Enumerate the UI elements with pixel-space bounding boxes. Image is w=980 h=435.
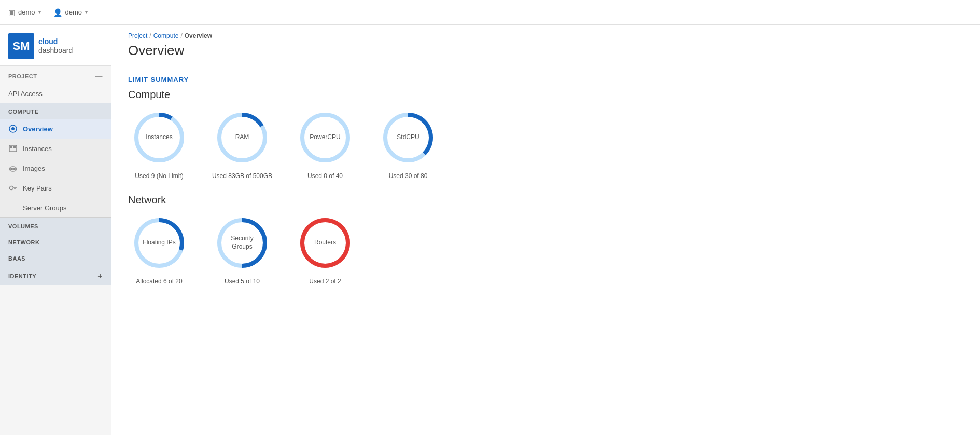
limit-summary-title: LIMIT SUMMARY [111, 65, 980, 87]
images-icon [8, 164, 18, 173]
chart-item: RAM Used 83GB of 500GB [211, 109, 273, 180]
volumes-section-label: VOLUMES [8, 223, 38, 229]
compute-charts-row: Instances Used 9 (No Limit) RAM Used 83G… [111, 109, 980, 192]
chart-item: Routers Used 2 of 2 [294, 214, 356, 285]
chart-item: Floating IPs Allocated 6 of 20 [128, 214, 190, 285]
logo-line2: dashboard [38, 46, 73, 55]
network-section-header[interactable]: NETWORK [0, 234, 111, 250]
main-layout: SM cloud dashboard PROJECT — API Access … [0, 25, 980, 435]
svg-point-9 [10, 186, 13, 190]
compute-section-header: COMPUTE [0, 103, 111, 119]
main-content: Project / Compute / Overview Overview LI… [111, 25, 980, 435]
server-groups-icon [8, 203, 18, 212]
svg-point-13 [136, 115, 182, 160]
donut-chart: Floating IPs [131, 214, 188, 271]
project-chevron-icon: ▾ [38, 9, 41, 15]
user-dropdown[interactable]: 👤 demo ▾ [53, 8, 88, 17]
sidebar: SM cloud dashboard PROJECT — API Access … [0, 25, 111, 435]
donut-chart: PowerCPU [297, 109, 354, 166]
identity-section-header[interactable]: IDENTITY + [0, 266, 111, 285]
chart-sub-label: Used 0 of 40 [307, 172, 343, 180]
project-dropdown[interactable]: ▣ demo ▾ [8, 8, 41, 17]
breadcrumb: Project / Compute / Overview [111, 25, 980, 39]
sidebar-logo: SM cloud dashboard [0, 25, 111, 66]
user-label: demo [65, 8, 82, 16]
topbar: ▣ demo ▾ 👤 demo ▾ [0, 0, 980, 25]
logo-line1: cloud [38, 37, 73, 46]
identity-section-label: IDENTITY [8, 273, 36, 279]
breadcrumb-project[interactable]: Project [128, 32, 147, 39]
baas-section-header[interactable]: BAAS [0, 250, 111, 266]
sidebar-item-key-pairs[interactable]: Key Pairs [0, 178, 111, 198]
donut-chart: Routers [297, 214, 354, 271]
donut-chart: StdCPU [380, 109, 437, 166]
sidebar-item-server-groups[interactable]: Server Groups [0, 198, 111, 217]
chart-item: StdCPU Used 30 of 80 [377, 109, 439, 180]
chart-item: Security Groups Used 5 of 10 [211, 214, 273, 285]
key-pairs-icon [8, 183, 18, 193]
logo-box: SM [8, 33, 34, 59]
sidebar-item-instances[interactable]: Instances [0, 139, 111, 158]
chart-sub-label: Used 2 of 2 [309, 278, 341, 285]
user-icon: 👤 [53, 8, 62, 17]
logo-text: cloud dashboard [38, 37, 73, 55]
sidebar-item-api-access[interactable]: API Access [0, 85, 111, 103]
chart-sub-label: Used 83GB of 500GB [212, 172, 272, 180]
chart-sub-label: Used 9 (No Limit) [135, 172, 183, 180]
project-label: demo [18, 8, 35, 16]
project-section-header: PROJECT — [0, 66, 111, 85]
svg-point-1 [11, 127, 15, 130]
overview-icon [8, 124, 18, 133]
project-icon: ▣ [8, 8, 15, 17]
logo-letters: SM [13, 39, 30, 53]
svg-rect-3 [10, 146, 12, 148]
network-section-label: NETWORK [8, 239, 39, 246]
project-collapse-icon[interactable]: — [95, 72, 103, 80]
breadcrumb-current: Overview [185, 32, 212, 39]
compute-section-label: COMPUTE [8, 108, 39, 115]
svg-rect-2 [9, 145, 17, 152]
chart-item: PowerCPU Used 0 of 40 [294, 109, 356, 180]
baas-section-label: BAAS [8, 255, 25, 262]
volumes-section-header[interactable]: VOLUMES [0, 217, 111, 234]
sidebar-item-overview[interactable]: Overview [0, 119, 111, 139]
network-chart-section-title: Network [111, 192, 980, 214]
chart-sub-label: Allocated 6 of 20 [136, 278, 182, 285]
user-chevron-icon: ▾ [85, 9, 88, 15]
identity-expand-icon[interactable]: + [97, 271, 103, 281]
svg-point-15 [302, 115, 348, 160]
compute-chart-section-title: Compute [111, 87, 980, 109]
svg-rect-4 [13, 146, 16, 148]
donut-chart: Security Groups [214, 214, 271, 271]
donut-chart: Instances [131, 109, 188, 166]
compute-subsection: Overview Instances [0, 119, 111, 217]
page-title: Overview [111, 39, 980, 65]
chart-sub-label: Used 5 of 10 [225, 278, 260, 285]
breadcrumb-compute[interactable]: Compute [153, 32, 179, 39]
project-section-label: PROJECT [8, 73, 37, 79]
chart-item: Instances Used 9 (No Limit) [128, 109, 190, 180]
instances-icon [8, 144, 18, 153]
chart-sub-label: Used 30 of 80 [389, 172, 428, 180]
sidebar-item-images[interactable]: Images [0, 158, 111, 178]
network-charts-row: Floating IPs Allocated 6 of 20 Security … [111, 214, 980, 297]
donut-chart: RAM [214, 109, 271, 166]
